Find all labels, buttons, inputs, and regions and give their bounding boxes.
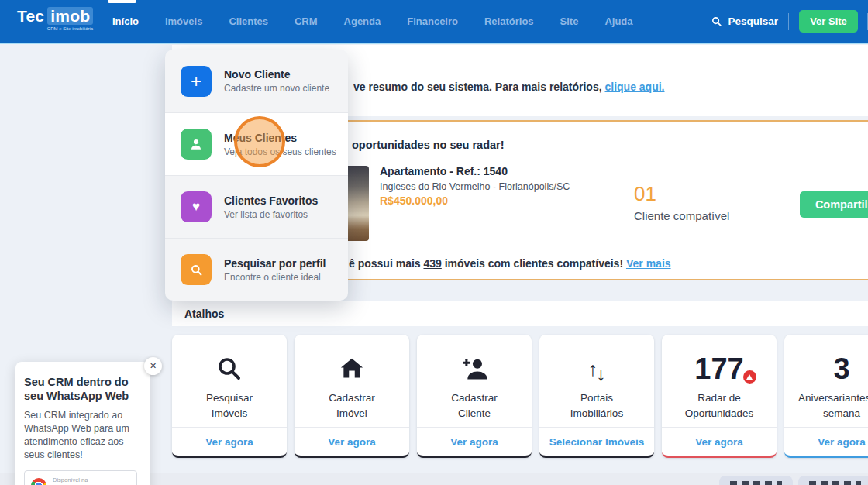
menu-item-clientes-favoritos[interactable]: ♥ Clientes Favoritos Ver lista de favori… [165, 175, 348, 238]
menu-item-novo-cliente[interactable]: + Novo Cliente Cadastre um novo cliente [165, 50, 348, 112]
logo-part1: Tec [17, 7, 44, 25]
more-count: 439 [423, 257, 441, 270]
logo-text: Tecimob [17, 7, 93, 26]
nav-divider [788, 13, 789, 30]
card-body: 3 Aniversariantes da semana [784, 335, 868, 427]
menu-item-text: Novo Cliente Cadastre um novo cliente [224, 68, 329, 94]
menu-item-subtitle: Cadastre um novo cliente [224, 83, 329, 94]
ver-agora-link[interactable]: Ver agora [328, 436, 376, 448]
compartilhar-button[interactable]: Compartilhar [800, 191, 868, 218]
card-pesquisar-imoveis[interactable]: Pesquisar Imóveis Ver agora [172, 335, 287, 458]
house-icon [338, 352, 366, 386]
nav-item-relatorios[interactable]: Relatórios [484, 15, 534, 27]
arrow-down: ↓ [596, 363, 606, 385]
nav-item-imoveis[interactable]: Imóveis [165, 15, 202, 27]
nav-right-cluster: Pesquisar Ver Site [711, 0, 868, 43]
property-price: R$450.000,00 [380, 194, 448, 207]
plus-glyph: + [191, 72, 202, 91]
menu-item-text: Pesquisar por perfil Encontre o cliente … [224, 257, 326, 283]
nav-item-financeiro[interactable]: Financeiro [407, 15, 458, 27]
card-cadastrar-cliente[interactable]: Cadastrar Cliente Ver agora [417, 335, 532, 458]
tecimob-logo[interactable]: Tecimob CRM e Site imobiliária [17, 7, 93, 31]
search-icon [215, 352, 243, 386]
nav-search[interactable]: Pesquisar [711, 15, 778, 27]
ver-agora-link[interactable]: Ver agora [205, 436, 253, 448]
navbar-underline [0, 43, 868, 44]
person-icon [181, 129, 212, 160]
card-title: Aniversariantes da semana [792, 390, 868, 421]
card-title: Cadastrar Imóvel [313, 390, 391, 421]
heart-icon: ♥ [181, 191, 212, 222]
compatible-label: Cliente compatível [634, 209, 729, 222]
radar-more-text: ê possui mais 439 imóveis com clientes c… [349, 257, 671, 270]
nav-item-site[interactable]: Site [560, 15, 579, 27]
card-title: Pesquisar Imóveis [191, 390, 268, 421]
atalhos-header-bar: Atalhos [172, 301, 868, 326]
menu-item-subtitle: Ver lista de favoritos [224, 209, 318, 220]
clique-aqui-link[interactable]: clique aqui. [604, 81, 664, 93]
ver-agora-link[interactable]: Ver agora [818, 436, 866, 448]
nav-item-agenda[interactable]: Agenda [344, 15, 381, 27]
menu-item-subtitle: Encontre o cliente ideal [224, 272, 326, 283]
ver-agora-link[interactable]: Ver agora [450, 436, 498, 448]
card-portais-imobiliarios[interactable]: ↑ ↓ Portais Imobiliários Selecionar Imóv… [539, 335, 654, 458]
person-add-icon [460, 352, 489, 386]
search-icon [181, 254, 212, 285]
card-aniversariantes[interactable]: 3 Aniversariantes da semana Ver agora [784, 335, 868, 458]
ver-mais-link[interactable]: Ver mais [626, 257, 671, 270]
card-body: Cadastrar Cliente [417, 335, 532, 427]
ver-site-button[interactable]: Ver Site [799, 10, 858, 33]
logo-tagline: CRM e Site imobiliária [17, 26, 93, 31]
compatible-clients: 01 Cliente compatível [634, 184, 729, 222]
selecionar-imoveis-link[interactable]: Selecionar Imóveis [549, 436, 644, 448]
ver-agora-link[interactable]: Ver agora [695, 436, 743, 448]
nav-item-clientes[interactable]: Clientes [229, 15, 268, 27]
radar-count: 177 [694, 352, 743, 386]
radar-count-number: 177 [694, 353, 743, 385]
card-title: Radar de Oportunidades [680, 390, 758, 421]
card-body: Pesquisar Imóveis [172, 335, 287, 427]
search-icon [711, 15, 722, 27]
summary-fragment: ve resumo do seu sistema. Para mais rela… [353, 81, 602, 93]
warning-triangle-icon [746, 374, 753, 380]
card-footer: Ver agora [294, 427, 409, 456]
card-cadastrar-imovel[interactable]: Cadastrar Imóvel Ver agora [294, 335, 409, 458]
menu-item-title: Clientes Favoritos [224, 194, 318, 207]
card-footer: Selecionar Imóveis [539, 427, 654, 456]
property-title: Apartamento - Ref.: 1540 [380, 165, 508, 177]
compatible-count: 01 [634, 184, 729, 204]
heart-glyph: ♥ [192, 199, 200, 215]
search-label: Pesquisar [728, 15, 778, 27]
chrome-web-store-badge[interactable]: Disponível na Chrome Web Store [24, 470, 137, 485]
menu-item-pesquisar-por-perfil[interactable]: Pesquisar por perfil Encontre o cliente … [165, 238, 348, 301]
close-icon[interactable]: ✕ [144, 357, 162, 375]
nav-item-inicio[interactable]: Início [112, 15, 139, 27]
card-body: 177 Radar de Oportunidades [662, 335, 777, 427]
card-radar-oportunidades[interactable]: 177 Radar de Oportunidades Ver agora [662, 335, 777, 458]
cropped-tab-button-2[interactable] [798, 476, 868, 485]
birthday-count-wrap: 3 [833, 352, 849, 386]
click-highlight-circle [234, 116, 285, 167]
whatsapp-promo-popup: ✕ Seu CRM dentro do seu WhatsApp Web Seu… [16, 362, 150, 485]
popup-body: Seu CRM integrado ao WhatsApp Web para u… [24, 409, 142, 462]
cropped-tab-button-1[interactable] [719, 476, 793, 485]
more-prefix: ê possui mais [349, 257, 421, 270]
tecimob-dashboard: ve resumo do seu sistema. Para mais rela… [0, 0, 868, 485]
birthday-count: 3 [833, 352, 849, 386]
card-footer: Ver agora [172, 427, 287, 456]
logo-part2: imob [47, 7, 93, 25]
card-footer: Ver agora [417, 427, 532, 456]
more-suffix: imóveis com clientes compatíveis! [445, 257, 623, 270]
chrome-logo-icon [31, 478, 46, 485]
card-footer: Ver agora [784, 427, 868, 456]
popup-title: Seu CRM dentro do seu WhatsApp Web [24, 375, 143, 403]
nav-item-crm[interactable]: CRM [294, 15, 318, 27]
main-nav: Início Imóveis Clientes CRM Agenda Finan… [112, 0, 633, 43]
summary-text: ve resumo do seu sistema. Para mais rela… [353, 81, 665, 93]
atalhos-label: Atalhos [184, 308, 224, 320]
nav-item-ajuda[interactable]: Ajuda [604, 15, 632, 27]
menu-item-title: Novo Cliente [224, 68, 329, 81]
card-title: Portais Imobiliários [558, 390, 636, 421]
radar-title: oportunidades no seu radar! [352, 139, 505, 151]
card-body: ↑ ↓ Portais Imobiliários [539, 335, 654, 427]
